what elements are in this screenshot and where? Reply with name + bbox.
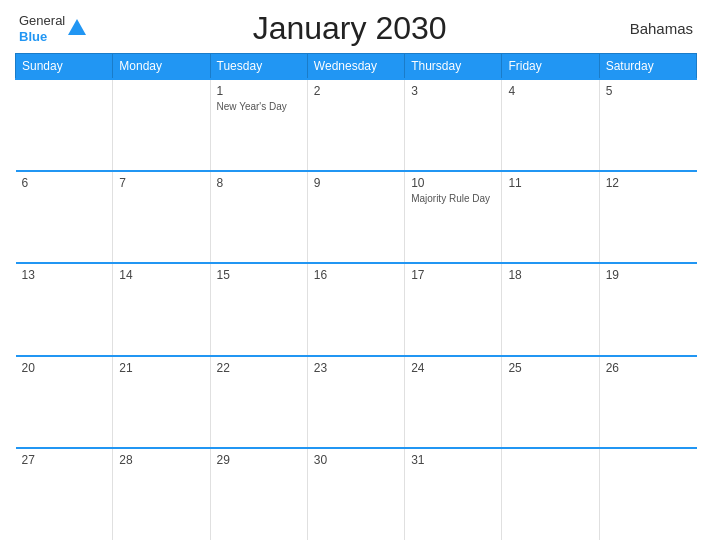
calendar-day-cell: 11 <box>502 171 599 263</box>
day-number: 13 <box>22 268 107 282</box>
day-number: 12 <box>606 176 691 190</box>
day-number: 28 <box>119 453 203 467</box>
calendar-day-cell: 21 <box>113 356 210 448</box>
logo-text: General Blue <box>19 13 65 44</box>
day-number: 18 <box>508 268 592 282</box>
calendar-day-cell: 5 <box>599 79 696 171</box>
calendar-day-cell: 8 <box>210 171 307 263</box>
calendar-day-cell: 2 <box>307 79 404 171</box>
day-number: 15 <box>217 268 301 282</box>
calendar-header: General Blue January 2030 Bahamas <box>15 10 697 47</box>
weekday-header-row: SundayMondayTuesdayWednesdayThursdayFrid… <box>16 54 697 80</box>
weekday-header: Tuesday <box>210 54 307 80</box>
day-number: 25 <box>508 361 592 375</box>
calendar-day-cell <box>599 448 696 540</box>
day-number: 17 <box>411 268 495 282</box>
day-number: 24 <box>411 361 495 375</box>
calendar-day-cell: 19 <box>599 263 696 355</box>
calendar-week-row: 2728293031 <box>16 448 697 540</box>
day-number: 10 <box>411 176 495 190</box>
day-number: 7 <box>119 176 203 190</box>
calendar-day-cell: 29 <box>210 448 307 540</box>
calendar-day-cell: 20 <box>16 356 113 448</box>
weekday-header: Monday <box>113 54 210 80</box>
calendar-day-cell: 16 <box>307 263 404 355</box>
calendar-day-cell <box>16 79 113 171</box>
calendar-day-cell <box>502 448 599 540</box>
day-number: 19 <box>606 268 691 282</box>
day-number: 1 <box>217 84 301 98</box>
calendar-day-cell: 1New Year's Day <box>210 79 307 171</box>
calendar-day-cell <box>113 79 210 171</box>
day-number: 20 <box>22 361 107 375</box>
page-title: January 2030 <box>86 10 613 47</box>
day-number: 11 <box>508 176 592 190</box>
day-number: 30 <box>314 453 398 467</box>
calendar-day-cell: 24 <box>405 356 502 448</box>
day-number: 14 <box>119 268 203 282</box>
calendar-day-cell: 30 <box>307 448 404 540</box>
day-number: 4 <box>508 84 592 98</box>
day-number: 16 <box>314 268 398 282</box>
calendar-day-cell: 22 <box>210 356 307 448</box>
calendar-day-cell: 7 <box>113 171 210 263</box>
calendar-day-cell: 27 <box>16 448 113 540</box>
calendar-table: SundayMondayTuesdayWednesdayThursdayFrid… <box>15 53 697 540</box>
day-number: 22 <box>217 361 301 375</box>
calendar-week-row: 1New Year's Day2345 <box>16 79 697 171</box>
day-number: 9 <box>314 176 398 190</box>
logo: General Blue <box>19 13 86 44</box>
calendar-day-cell: 31 <box>405 448 502 540</box>
day-number: 3 <box>411 84 495 98</box>
day-number: 5 <box>606 84 691 98</box>
day-number: 23 <box>314 361 398 375</box>
calendar-day-cell: 3 <box>405 79 502 171</box>
calendar-day-cell: 25 <box>502 356 599 448</box>
day-number: 2 <box>314 84 398 98</box>
calendar-day-cell: 6 <box>16 171 113 263</box>
logo-triangle <box>68 19 86 35</box>
calendar-day-cell: 10Majority Rule Day <box>405 171 502 263</box>
calendar-day-cell: 26 <box>599 356 696 448</box>
day-number: 6 <box>22 176 107 190</box>
day-number: 8 <box>217 176 301 190</box>
calendar-day-cell: 4 <box>502 79 599 171</box>
day-number: 21 <box>119 361 203 375</box>
calendar-day-cell: 15 <box>210 263 307 355</box>
calendar-week-row: 678910Majority Rule Day1112 <box>16 171 697 263</box>
calendar-day-cell: 17 <box>405 263 502 355</box>
day-number: 31 <box>411 453 495 467</box>
day-number: 29 <box>217 453 301 467</box>
weekday-header: Friday <box>502 54 599 80</box>
weekday-header: Thursday <box>405 54 502 80</box>
calendar-day-cell: 23 <box>307 356 404 448</box>
weekday-header: Sunday <box>16 54 113 80</box>
holiday-name: New Year's Day <box>217 100 301 113</box>
calendar-day-cell: 9 <box>307 171 404 263</box>
calendar-day-cell: 13 <box>16 263 113 355</box>
day-number: 26 <box>606 361 691 375</box>
weekday-header: Saturday <box>599 54 696 80</box>
holiday-name: Majority Rule Day <box>411 192 495 205</box>
calendar-container: General Blue January 2030 Bahamas Sunday… <box>0 0 712 550</box>
calendar-day-cell: 12 <box>599 171 696 263</box>
calendar-day-cell: 18 <box>502 263 599 355</box>
day-number: 27 <box>22 453 107 467</box>
weekday-header: Wednesday <box>307 54 404 80</box>
calendar-week-row: 13141516171819 <box>16 263 697 355</box>
country-label: Bahamas <box>613 20 693 37</box>
calendar-day-cell: 14 <box>113 263 210 355</box>
calendar-week-row: 20212223242526 <box>16 356 697 448</box>
calendar-day-cell: 28 <box>113 448 210 540</box>
